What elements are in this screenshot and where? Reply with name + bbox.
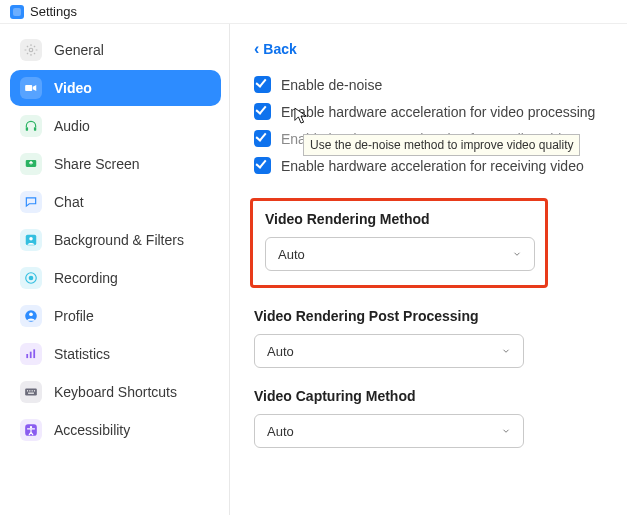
recording-icon	[20, 267, 42, 289]
svg-rect-16	[29, 390, 30, 391]
headphones-icon	[20, 115, 42, 137]
svg-point-8	[29, 276, 34, 281]
app-icon	[10, 5, 24, 19]
sidebar-item-label: Audio	[54, 118, 90, 134]
svg-rect-14	[25, 389, 37, 396]
dropdown-value: Auto	[267, 424, 294, 439]
sidebar-item-profile[interactable]: Profile	[10, 298, 221, 334]
titlebar: Settings	[0, 0, 627, 24]
checkbox-label: Enable hardware acceleration for receivi…	[281, 158, 584, 174]
dropdown-capturing-method[interactable]: Auto	[254, 414, 524, 448]
sidebar-item-label: Profile	[54, 308, 94, 324]
profile-icon	[20, 305, 42, 327]
sidebar-item-label: Statistics	[54, 346, 110, 362]
checkbox-label: Enable de-noise	[281, 77, 382, 93]
sidebar-item-audio[interactable]: Audio	[10, 108, 221, 144]
sidebar-item-general[interactable]: General	[10, 32, 221, 68]
checkbox-hw-accel-receiving[interactable]	[254, 157, 271, 174]
sidebar-item-chat[interactable]: Chat	[10, 184, 221, 220]
background-icon	[20, 229, 42, 251]
sidebar-item-label: General	[54, 42, 104, 58]
statistics-icon	[20, 343, 42, 365]
section-title-capturing-method: Video Capturing Method	[254, 388, 603, 404]
chat-icon	[20, 191, 42, 213]
svg-rect-19	[28, 393, 34, 394]
section-title-post-processing: Video Rendering Post Processing	[254, 308, 603, 324]
sidebar-item-recording[interactable]: Recording	[10, 260, 221, 296]
dropdown-rendering-method[interactable]: Auto	[265, 237, 535, 271]
checkbox-enable-denoise[interactable]	[254, 76, 271, 93]
svg-rect-1	[25, 85, 32, 91]
svg-rect-12	[30, 352, 32, 358]
sidebar-item-label: Accessibility	[54, 422, 130, 438]
sidebar-item-label: Video	[54, 80, 92, 96]
chevron-down-icon	[501, 426, 511, 436]
share-screen-icon	[20, 153, 42, 175]
back-button[interactable]: Back	[254, 40, 297, 58]
svg-rect-17	[32, 390, 33, 391]
highlight-box: Video Rendering Method Auto	[250, 198, 548, 288]
svg-rect-2	[26, 127, 28, 131]
svg-rect-3	[34, 127, 36, 131]
sidebar: General Video Audio Share Screen Chat	[0, 24, 230, 515]
svg-rect-15	[27, 390, 28, 391]
sidebar-item-video[interactable]: Video	[10, 70, 221, 106]
gear-icon	[20, 39, 42, 61]
video-icon	[20, 77, 42, 99]
svg-point-21	[30, 426, 32, 428]
section-title-rendering-method: Video Rendering Method	[265, 211, 533, 227]
keyboard-icon	[20, 381, 42, 403]
sidebar-item-statistics[interactable]: Statistics	[10, 336, 221, 372]
svg-point-6	[29, 237, 33, 241]
svg-rect-18	[34, 390, 35, 391]
sidebar-item-share-screen[interactable]: Share Screen	[10, 146, 221, 182]
dropdown-value: Auto	[267, 344, 294, 359]
chevron-down-icon	[501, 346, 511, 356]
chevron-down-icon	[512, 249, 522, 259]
sidebar-item-accessibility[interactable]: Accessibility	[10, 412, 221, 448]
main-panel: Back Enable de-noise Enable hardware acc…	[230, 24, 627, 515]
svg-point-10	[29, 312, 33, 316]
svg-point-0	[29, 48, 33, 52]
dropdown-post-processing[interactable]: Auto	[254, 334, 524, 368]
tooltip: Use the de-noise method to improve video…	[303, 134, 580, 156]
sidebar-item-label: Chat	[54, 194, 84, 210]
svg-rect-13	[33, 349, 35, 358]
sidebar-item-label: Keyboard Shortcuts	[54, 384, 177, 400]
checkbox-label: Enable hardware acceleration for video p…	[281, 104, 595, 120]
sidebar-item-label: Recording	[54, 270, 118, 286]
sidebar-item-background-filters[interactable]: Background & Filters	[10, 222, 221, 258]
dropdown-value: Auto	[278, 247, 305, 262]
accessibility-icon	[20, 419, 42, 441]
checkbox-hw-accel-processing[interactable]	[254, 103, 271, 120]
sidebar-item-label: Share Screen	[54, 156, 140, 172]
checkbox-hw-accel-sending[interactable]	[254, 130, 271, 147]
sidebar-item-keyboard-shortcuts[interactable]: Keyboard Shortcuts	[10, 374, 221, 410]
svg-rect-11	[26, 354, 28, 358]
window-title: Settings	[30, 4, 77, 19]
sidebar-item-label: Background & Filters	[54, 232, 184, 248]
